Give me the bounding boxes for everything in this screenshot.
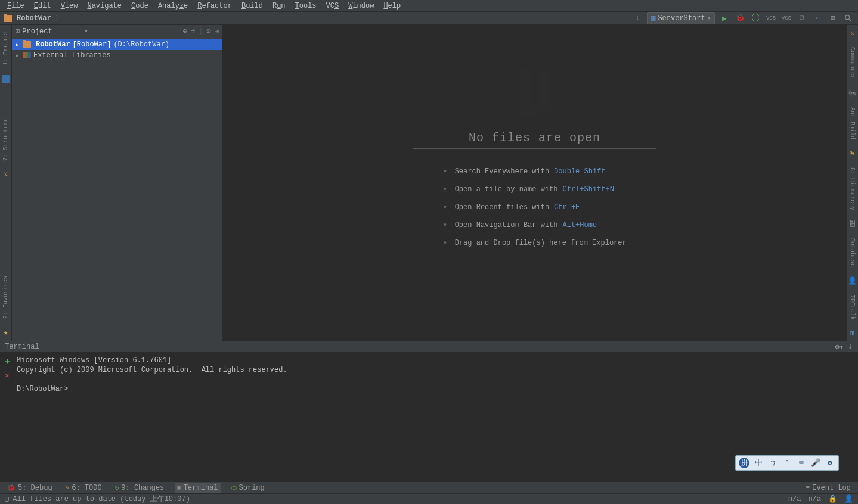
new-session-button[interactable]: ＋: [3, 356, 12, 367]
tab-changes[interactable]: ↻9: Changes: [113, 483, 167, 493]
ime-punct-button[interactable]: ㄅ: [767, 458, 778, 468]
terminal-header: Terminal ⚙▾ ⤓: [0, 341, 858, 352]
tab-terminal[interactable]: ▣Terminal: [175, 483, 220, 493]
tool-structure-tab[interactable]: 7: Structure: [2, 116, 9, 163]
hierarchy-icon: ⌘: [850, 149, 854, 158]
hector-icon[interactable]: 👤: [844, 494, 853, 503]
maven-icon: m: [850, 329, 854, 338]
bug-icon: 🐞: [7, 484, 16, 491]
menu-run[interactable]: Run: [268, 1, 290, 11]
tab-debug[interactable]: 🐞5: Debug: [5, 483, 55, 493]
gear-icon[interactable]: ⚙: [207, 27, 211, 36]
tab-spring[interactable]: ⬭Spring: [229, 483, 267, 493]
tab-todo[interactable]: ✎6: TODO: [63, 483, 104, 493]
editor-area[interactable]: No files are open Search Everywhere with…: [223, 25, 846, 341]
expand-arrow-icon[interactable]: ▶: [16, 52, 20, 59]
menu-edit[interactable]: Edit: [29, 1, 56, 11]
gear-icon[interactable]: ⚙▾: [835, 343, 844, 351]
tool-idetalk-tab[interactable]: IDEtalk: [849, 293, 856, 322]
tree-external-libs-label: External Libraries: [33, 51, 111, 60]
ime-settings-icon[interactable]: ⚙: [825, 458, 835, 468]
folder-icon: [23, 41, 31, 48]
menu-code[interactable]: Code: [126, 1, 153, 11]
run-config-selector[interactable]: ▦ ServerStart ▼: [647, 12, 715, 24]
project-tree[interactable]: ▶ RobotWar [RoboWar] (D:\RobotWar) ▶ Ext…: [12, 38, 222, 341]
chevron-down-icon[interactable]: ▼: [85, 29, 88, 35]
menu-file[interactable]: File: [2, 1, 29, 11]
intellij-icon: [2, 75, 10, 83]
terminal-output[interactable]: Microsoft Windows [Version 6.1.7601] Cop…: [14, 352, 858, 481]
tree-external-libs[interactable]: ▶ External Libraries: [12, 50, 222, 61]
menu-bar: File Edit View Navigate Code Analyze Ref…: [0, 0, 858, 12]
menu-window[interactable]: Window: [343, 1, 379, 11]
ime-mode-button[interactable]: °: [782, 458, 792, 468]
star-icon: ★: [4, 328, 8, 337]
menu-refactor[interactable]: Refactor: [193, 1, 237, 11]
autoscroll-icon[interactable]: ⊕: [183, 27, 187, 36]
ime-toolbar[interactable]: 拼 中 ㄅ ° ⌨ 🎤 ⚙: [735, 455, 839, 471]
tip-nav-bar: Open Navigation Bar with Alt+Home: [442, 220, 597, 230]
folder-icon: [4, 15, 12, 22]
close-session-button[interactable]: ✕: [5, 371, 10, 380]
tool-hierarchy-tab[interactable]: 8: Hierarchy: [849, 165, 856, 213]
terminal-gutter: ＋ ✕: [0, 352, 14, 481]
ime-keyboard-icon[interactable]: ⌨: [796, 458, 807, 468]
ide-logo-watermark: [505, 61, 565, 120]
tab-event-log[interactable]: ≡Event Log: [804, 483, 853, 493]
menu-tools[interactable]: Tools: [290, 1, 321, 11]
undo-button[interactable]: ↶: [811, 13, 823, 24]
run-button[interactable]: ▶: [718, 13, 730, 24]
chevron-right-icon: 〉: [54, 13, 63, 23]
menu-analyze[interactable]: Analyze: [153, 1, 193, 11]
main-area: 1: Project 7: Structure ⌥ 2: Favorites ★…: [0, 25, 858, 341]
tip-search-everywhere: Search Everywhere with Double Shift: [442, 167, 605, 176]
vcs-commit-button[interactable]: VCS: [780, 13, 792, 24]
project-view-icon: ⊡: [16, 27, 20, 36]
bottom-tool-tabs: 🐞5: Debug ✎6: TODO ↻9: Changes ▣Terminal…: [0, 481, 858, 493]
hide-icon[interactable]: ⤓: [847, 343, 853, 351]
main-toolbar: ↕ ▦ ServerStart ▼ ▶ 🐞 ⛶ VCS VCS ⧉ ↶ ⊞: [631, 12, 854, 24]
svg-line-1: [849, 18, 851, 21]
tree-root-module: [RoboWar]: [73, 41, 111, 49]
terminal-title: Terminal: [5, 343, 39, 351]
structure-icon: ⌥: [4, 170, 8, 179]
menu-help[interactable]: Help: [379, 1, 405, 11]
tool-commander-tab[interactable]: Commander: [849, 45, 856, 82]
debug-button[interactable]: 🐞: [734, 13, 746, 24]
menu-view[interactable]: View: [56, 1, 83, 11]
terminal-icon: ▣: [177, 484, 181, 491]
menu-build[interactable]: Build: [237, 1, 268, 11]
vcs-history-button[interactable]: ⧉: [796, 13, 808, 24]
toggle-view-icon[interactable]: ↕: [631, 13, 643, 24]
ime-mic-icon[interactable]: 🎤: [810, 458, 821, 468]
expand-arrow-icon[interactable]: ▶: [16, 42, 20, 48]
hide-icon[interactable]: ⇥: [215, 27, 219, 36]
log-icon: ≡: [806, 484, 810, 491]
tool-antbuild-tab[interactable]: Ant Build: [849, 105, 856, 142]
menu-navigate[interactable]: Navigate: [82, 1, 126, 11]
editor-tips: Search Everywhere with Double Shift Open…: [442, 167, 626, 248]
tool-database-tab[interactable]: Database: [849, 236, 856, 269]
vcs-update-button[interactable]: VCS: [765, 13, 777, 24]
project-structure-button[interactable]: ⊞: [827, 13, 839, 24]
tree-root-node[interactable]: ▶ RobotWar [RoboWar] (D:\RobotWar): [12, 39, 222, 50]
breadcrumb[interactable]: RobotWar 〉: [4, 13, 63, 23]
ime-logo-icon[interactable]: 拼: [739, 458, 749, 468]
ant-icon: 🐜: [848, 89, 857, 98]
menu-vcs[interactable]: VCS: [321, 1, 344, 11]
idetalk-icon: 👤: [848, 276, 857, 285]
search-button[interactable]: [842, 13, 854, 24]
status-encoding[interactable]: n/a: [788, 495, 801, 503]
coverage-button[interactable]: ⛶: [749, 13, 761, 24]
lock-icon[interactable]: 🔒: [828, 494, 837, 503]
status-linesep[interactable]: n/a: [808, 495, 821, 503]
commander-icon: ⚔: [850, 29, 854, 38]
todo-icon: ✎: [66, 484, 70, 491]
tree-root-path: (D:\RobotWar): [113, 41, 169, 49]
tool-project-tab[interactable]: 1: Project: [2, 27, 9, 68]
tool-favorites-tab[interactable]: 2: Favorites: [2, 273, 9, 321]
status-message: All files are up-to-date (today 上午10:07): [13, 494, 190, 504]
nav-bar: RobotWar 〉 ↕ ▦ ServerStart ▼ ▶ 🐞 ⛶ VCS V…: [0, 12, 858, 25]
collapse-all-icon[interactable]: ≑: [191, 27, 195, 36]
ime-lang-button[interactable]: 中: [753, 458, 764, 468]
